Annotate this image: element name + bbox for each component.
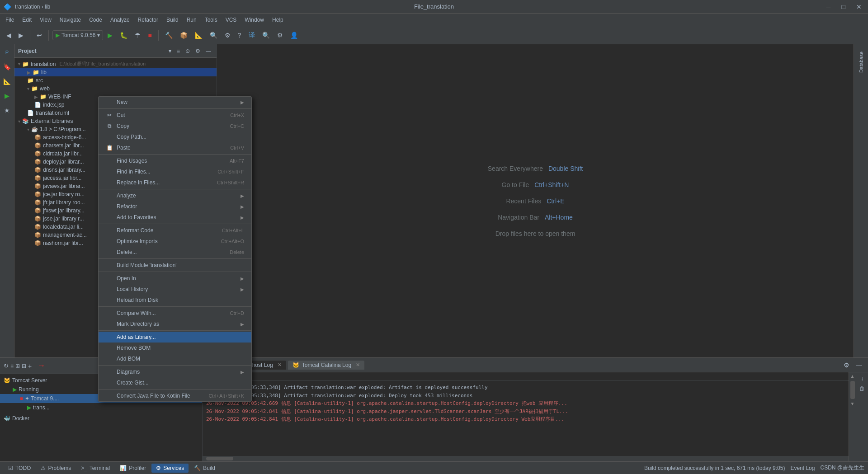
menu-build[interactable]: Build — [163, 15, 182, 25]
ctx-cut[interactable]: ✂ Cut Ctrl+X — [99, 110, 251, 121]
menu-tools[interactable]: Tools — [201, 15, 221, 25]
gear-button[interactable]: ⚙ — [274, 30, 286, 41]
ctx-reformat[interactable]: Reformat Code Ctrl+Alt+L — [99, 225, 251, 236]
minimize-button[interactable]: ─ — [824, 2, 834, 11]
tree-item-lib[interactable]: ▶ 📁 lib — [14, 68, 217, 76]
menu-run[interactable]: Run — [183, 15, 200, 25]
project-icon[interactable]: P — [1, 46, 14, 59]
tree-item-web[interactable]: ▾ 📁 web — [14, 84, 217, 93]
coverage-button[interactable]: ☂ — [132, 30, 143, 41]
log-collapse-button[interactable]: — — [854, 361, 864, 370]
ctx-create-gist[interactable]: Create Gist... — [99, 377, 251, 388]
services-group-icon[interactable]: ⊟ — [22, 363, 26, 369]
services-add-icon[interactable]: + — [28, 362, 32, 370]
log-vscrollbar[interactable]: ▲ ▼ — [849, 372, 856, 461]
menu-file[interactable]: File — [2, 15, 18, 25]
scroll-down-button[interactable]: ▼ — [849, 400, 856, 408]
ctx-local-history[interactable]: Local History ▶ — [99, 284, 251, 295]
translate-button[interactable]: 译 — [246, 29, 258, 41]
menu-help[interactable]: Help — [269, 15, 287, 25]
database-tab[interactable]: Database — [855, 46, 868, 78]
ctx-add-library[interactable]: Add as Library... — [99, 332, 251, 343]
tab-build[interactable]: 🔨 Build — [189, 464, 220, 473]
ctx-add-bom[interactable]: Add BOM — [99, 353, 251, 364]
service-docker[interactable]: 🐳 Docker — [0, 414, 202, 423]
collapse-all-button[interactable]: ≡ — [175, 47, 182, 55]
close-button[interactable]: ✕ — [854, 2, 864, 11]
scroll-to-button[interactable]: ⊙ — [184, 47, 192, 55]
ctx-find-usages[interactable]: Find Usages Alt+F7 — [99, 155, 251, 166]
log-hscrollbar[interactable] — [203, 456, 849, 461]
structure-side-icon[interactable]: 📐 — [1, 75, 14, 88]
close-localhost-tab[interactable]: ✕ — [278, 362, 282, 368]
tab-todo[interactable]: ☑ TODO — [4, 464, 35, 473]
tree-item-root[interactable]: ▾ 📁 translation E:\Ideal源码\File_translat… — [14, 60, 217, 68]
ctx-add-favorites[interactable]: Add to Favorites ▶ — [99, 212, 251, 223]
scroll-to-end-button[interactable]: ↓ — [858, 374, 866, 383]
services-expand-icon[interactable]: ⊞ — [15, 363, 20, 369]
debug-button[interactable]: 🐛 — [117, 30, 130, 41]
ctx-convert-kotlin[interactable]: Convert Java File to Kotlin File Ctrl+Al… — [99, 390, 251, 401]
services-collapse-icon[interactable]: ≡ — [10, 363, 14, 369]
settings-button[interactable]: ⚙ — [222, 30, 233, 41]
tomcat-config-dropdown[interactable]: ▶ Tomcat 9.0.56 ▾ — [52, 30, 103, 40]
ctx-compare[interactable]: Compare With... Ctrl+D — [99, 308, 251, 319]
run-side-icon[interactable]: ▶ — [1, 89, 14, 102]
run-button[interactable]: ▶ — [105, 30, 115, 41]
event-log-button[interactable]: Event Log — [790, 465, 815, 471]
ctx-refactor[interactable]: Refactor ▶ — [99, 201, 251, 212]
scroll-up-button[interactable]: ▲ — [849, 372, 856, 380]
services-refresh-icon[interactable]: ↻ — [4, 362, 9, 369]
forward-button[interactable]: ▶ — [16, 30, 26, 41]
tab-profiler[interactable]: 📊 Profiler — [115, 464, 151, 473]
ctx-find-in-files[interactable]: Find in Files... Ctrl+Shift+F — [99, 166, 251, 177]
build-button[interactable]: 🔨 — [162, 30, 175, 41]
ctx-open-in[interactable]: Open In ▶ — [99, 273, 251, 284]
menu-analyze[interactable]: Analyze — [107, 15, 133, 25]
ctx-analyze[interactable]: Analyze ▶ — [99, 190, 251, 201]
ctx-optimize[interactable]: Optimize Imports Ctrl+Alt+O — [99, 236, 251, 247]
sdk-button[interactable]: 📦 — [177, 30, 190, 41]
ctx-delete[interactable]: Delete... Delete — [99, 247, 251, 258]
stop-button[interactable]: ■ — [145, 30, 154, 41]
service-deployment[interactable]: ▶ trans... — [0, 403, 202, 412]
tab-problems[interactable]: ⚠ Problems — [36, 464, 75, 473]
close-project-panel-button[interactable]: — — [204, 47, 213, 55]
ctx-paste[interactable]: 📋 Paste Ctrl+V — [99, 142, 251, 153]
ctx-reload[interactable]: Reload from Disk — [99, 295, 251, 305]
ctx-new[interactable]: New ▶ — [99, 97, 251, 108]
help-button[interactable]: ? — [235, 30, 244, 41]
maximize-button[interactable]: □ — [839, 2, 848, 11]
tab-catalina-log[interactable]: 🐱 Tomcat Catalina Log ✕ — [288, 361, 364, 370]
ctx-diagrams[interactable]: Diagrams ▶ — [99, 366, 251, 377]
tab-terminal[interactable]: >_ Terminal — [76, 464, 114, 473]
ctx-mark-dir[interactable]: Mark Directory as ▶ — [99, 319, 251, 329]
ctx-copy-path[interactable]: Copy Path... — [99, 131, 251, 142]
settings-project-button[interactable]: ⚙ — [193, 47, 202, 55]
close-catalina-tab[interactable]: ✕ — [356, 362, 360, 368]
log-settings-button[interactable]: ⚙ — [841, 361, 852, 370]
search-button[interactable]: 🔍 — [259, 30, 273, 41]
favorites-icon[interactable]: ★ — [1, 104, 14, 117]
ctx-copy[interactable]: ⧉ Copy Ctrl+C — [99, 121, 251, 131]
menu-view[interactable]: View — [36, 15, 55, 25]
menu-vcs[interactable]: VCS — [222, 15, 241, 25]
search-everywhere-button[interactable]: 🔍 — [207, 30, 220, 41]
menu-edit[interactable]: Edit — [19, 15, 35, 25]
tree-item-src[interactable]: 📁 src — [14, 76, 217, 84]
ctx-remove-bom[interactable]: Remove BOM — [99, 343, 251, 353]
menu-navigate[interactable]: Navigate — [56, 15, 85, 25]
structure-button[interactable]: 📐 — [192, 30, 205, 41]
tab-services-bottom[interactable]: ⚙ Services — [151, 464, 189, 473]
avatar-button[interactable]: 👤 — [288, 30, 301, 41]
bookmark-icon[interactable]: 🔖 — [1, 61, 14, 73]
undo-button[interactable]: ↩ — [34, 30, 45, 41]
ctx-build-module[interactable]: Build Module 'translation' — [99, 260, 251, 271]
ctx-replace-in-files[interactable]: Replace in Files... Ctrl+Shift+R — [99, 177, 251, 188]
project-dropdown-arrow[interactable]: ▾ — [169, 48, 171, 54]
menu-refactor[interactable]: Refactor — [134, 15, 162, 25]
menu-code[interactable]: Code — [85, 15, 106, 25]
back-button[interactable]: ◀ — [4, 30, 14, 41]
menu-window[interactable]: Window — [241, 15, 268, 25]
clear-log-button[interactable]: 🗑 — [858, 384, 866, 393]
